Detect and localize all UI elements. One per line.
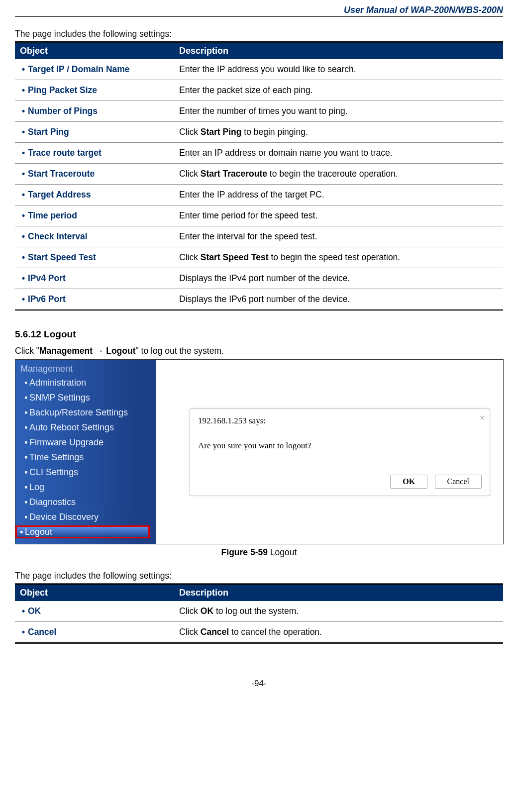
sidebar-item[interactable]: ▪Backup/Restore Settings [15,405,156,420]
bullet-icon: • [22,148,28,158]
settings-table-1: Object Description •Target IP / Domain N… [15,43,503,309]
object-cell: •IPv4 Port [15,268,174,289]
object-label: Target Address [28,190,91,200]
desc-bold: Start Traceroute [201,169,267,179]
sidebar-item-label: Administration [29,378,86,388]
settings-table-2-wrap: Object Description •OKClick OK to log ou… [15,583,503,644]
desc-post: to log out the system. [213,606,299,616]
desc-pre: Enter the packet size of each ping. [179,85,313,95]
sidebar-item-label: Diagnostics [29,497,76,507]
description-cell: Enter the interval for the speed test. [174,226,503,247]
figure-caption-bold: Figure 5-59 [221,547,268,557]
object-label: Ping Packet Size [28,85,97,95]
desc-pre: Click [179,169,201,179]
intro-text-1: The page includes the following settings… [15,29,503,39]
table-row: •OKClick OK to log out the system. [15,601,503,622]
object-cell: •Trace route target [15,143,174,164]
object-cell: •Ping Packet Size [15,80,174,101]
sidebar-item[interactable]: ▪Administration [15,375,156,390]
object-cell: •Number of Pings [15,101,174,122]
desc-bold: OK [201,606,213,616]
bullet-icon: • [22,106,28,116]
description-cell: Enter an IP address or domain name you w… [174,143,503,164]
object-cell: •Target Address [15,185,174,205]
bullet-icon: ▪ [24,376,29,389]
sidebar-item[interactable]: ▪Log [15,480,156,495]
object-cell: •IPv6 Port [15,289,174,310]
object-label: Start Traceroute [28,169,95,179]
bullet-icon: • [22,64,28,75]
dialog-button-row: OK Cancel [198,475,482,489]
logout-confirm-dialog: × 192.168.1.253 says: Are you sure you w… [190,408,490,496]
ok-button[interactable]: OK [390,475,427,489]
desc-bold: Start Speed Test [201,252,269,262]
cancel-button[interactable]: Cancel [435,475,482,489]
sidebar-item-label: CLI Settings [29,467,78,477]
sidebar-item[interactable]: ▪CLI Settings [15,465,156,480]
header-separator [15,16,503,17]
description-cell: Enter time period for the speed test. [174,205,503,226]
desc-pre: Displays the IPv4 port number of the dev… [179,273,350,283]
sidebar-item[interactable]: ▪Firmware Upgrade [15,435,156,450]
sidebar-title: Management [15,363,156,375]
sidebar-item-label: Time Settings [29,452,84,462]
object-cell: •Start Traceroute [15,164,174,185]
sidebar-item[interactable]: ▪SNMP Settings [15,390,156,405]
sidebar-item[interactable]: ▪Time Settings [15,450,156,465]
description-cell: Click Start Ping to begin pinging. [174,122,503,143]
desc-post: to begin the traceroute operation. [267,169,398,179]
sidebar-item-label: Logout [25,527,52,537]
object-label: OK [28,606,41,616]
sidebar-item-label: SNMP Settings [29,393,90,403]
object-label: Target IP / Domain Name [28,64,130,74]
object-label: Start Ping [28,127,69,137]
desc-pre: Enter the IP address you would like to s… [179,64,356,74]
description-cell: Click Start Traceroute to begin the trac… [174,164,503,185]
bullet-icon: • [22,210,28,221]
bullet-icon: ▪ [24,481,29,494]
intro-text-2: The page includes the following settings… [15,571,503,581]
desc-pre: Enter an IP address or domain name you w… [179,148,393,158]
table-row: •Number of PingsEnter the number of time… [15,101,503,122]
table1-header-description: Description [174,43,503,59]
description-cell: Click OK to log out the system. [174,601,503,622]
bullet-icon: • [22,627,28,637]
dialog-title: 192.168.1.253 says: [198,416,482,426]
sidebar-item[interactable]: ▪Diagnostics [15,495,156,509]
table-row: •Start Speed TestClick Start Speed Test … [15,247,503,268]
object-label: Trace route target [28,148,102,158]
sidebar-item-label: Firmware Upgrade [29,437,104,447]
bullet-icon: ▪ [24,510,29,523]
object-label: Time period [28,210,77,220]
sidebar-item[interactable]: ▪Auto Reboot Settings [15,420,156,435]
description-cell: Click Cancel to cancel the operation. [174,622,503,643]
table-row: •CancelClick Cancel to cancel the operat… [15,622,503,643]
object-cell: •Start Ping [15,122,174,143]
object-cell: •OK [15,601,174,622]
table-row: •Start PingClick Start Ping to begin pin… [15,122,503,143]
sidebar-item-label: Device Discovery [29,512,99,522]
object-cell: •Target IP / Domain Name [15,59,174,80]
settings-table-2: Object Description •OKClick OK to log ou… [15,585,503,642]
sidebar-item[interactable]: ▪Device Discovery [15,509,156,524]
bullet-icon: • [22,127,28,137]
bullet-icon: • [22,606,28,616]
close-icon[interactable]: × [480,413,485,423]
desc-pre: Enter time period for the speed test. [179,210,317,220]
description-cell: Enter the IP address of the target PC. [174,185,503,205]
object-cell: •Start Speed Test [15,247,174,268]
desc-pre: Click [179,127,201,137]
table-row: •Time periodEnter time period for the sp… [15,205,503,226]
sidebar-item-logout[interactable]: ▪ Logout [15,525,150,538]
object-cell: •Check Interval [15,226,174,247]
desc-pre: Enter the interval for the speed test. [179,231,317,241]
desc-pre: Click [179,606,201,616]
bullet-icon: • [22,273,28,284]
bullet-icon: ▪ [24,451,29,464]
table-row: •Target IP / Domain NameEnter the IP add… [15,59,503,80]
description-cell: Enter the IP address you would like to s… [174,59,503,80]
table1-header-object: Object [15,43,174,59]
bullet-icon: • [22,294,28,304]
table-row: •IPv4 PortDisplays the IPv4 port number … [15,268,503,289]
figure-caption-rest: Logout [268,547,297,557]
